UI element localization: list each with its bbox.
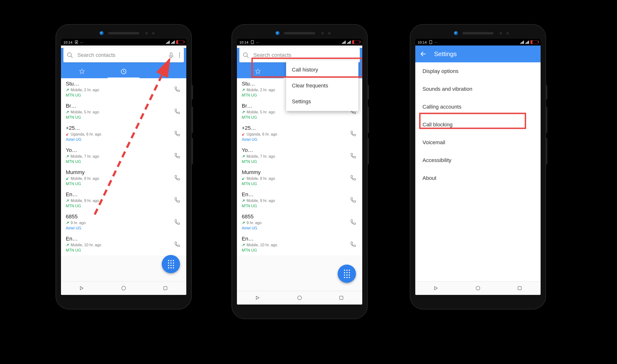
call-action-icon[interactable]	[350, 219, 356, 226]
call-row[interactable]: MummyMobile, 8 hr. agoMTN UG	[61, 167, 186, 189]
call-action-icon[interactable]	[174, 86, 180, 93]
back-icon[interactable]	[434, 286, 439, 291]
settings-item[interactable]: About	[415, 169, 541, 187]
call-meta: Mobile, 9 hr. ago	[242, 199, 357, 203]
call-action-icon[interactable]	[350, 241, 356, 248]
call-carrier: MTN UG	[66, 204, 181, 208]
search-bar[interactable]: Search contacts	[239, 48, 360, 62]
call-row[interactable]: +25…Uganda, 6 hr. agoAirtel UG	[61, 123, 186, 145]
call-action-icon[interactable]	[174, 108, 180, 115]
status-bar: 10:14 ···	[61, 39, 186, 46]
call-row[interactable]: En…Mobile, 9 hr. agoMTN UG	[237, 189, 362, 211]
sim-icon	[429, 40, 433, 44]
call-row[interactable]: En…Mobile, 10 hr. agoMTN UG	[61, 233, 186, 255]
call-direction-icon	[66, 133, 69, 136]
svg-line-3	[71, 56, 72, 58]
tab-recents[interactable]	[103, 65, 144, 78]
svg-rect-23	[518, 286, 521, 290]
call-carrier: MTN UG	[66, 182, 181, 186]
call-carrier: Airtel UG	[66, 226, 181, 230]
call-direction-icon	[242, 243, 245, 247]
call-direction-icon	[66, 88, 69, 92]
call-action-icon[interactable]	[350, 152, 356, 159]
tab-contacts[interactable]	[145, 65, 186, 78]
dialpad-fab[interactable]	[162, 255, 180, 273]
dialpad-icon	[344, 270, 350, 278]
call-action-icon[interactable]	[174, 219, 180, 226]
call-name: Mummy	[242, 169, 357, 176]
call-row[interactable]: En…Mobile, 9 hr. agoMTN UG	[61, 189, 186, 211]
svg-rect-12	[164, 286, 167, 290]
recent-calls-list[interactable]: Stu…Mobile, 2 hr. agoMTN UGBr…Mobile, 5 …	[61, 78, 186, 255]
call-carrier: MTN UG	[66, 115, 181, 120]
call-action-icon[interactable]	[174, 152, 180, 159]
recents-icon[interactable]	[339, 295, 344, 300]
call-row[interactable]: 68559 hr. agoAirtel UG	[237, 211, 362, 233]
settings-item[interactable]: Call blocking	[415, 116, 541, 134]
settings-item[interactable]: Voicemail	[415, 134, 541, 151]
status-bar: 10:14 ···	[237, 39, 362, 46]
menu-clear-frequents[interactable]: Clear frequents	[286, 78, 358, 94]
call-row[interactable]: MummyMobile, 8 hr. agoMTN UG	[237, 167, 362, 189]
call-carrier: MTN UG	[242, 204, 357, 208]
call-action-icon[interactable]	[174, 175, 180, 181]
call-action-icon[interactable]	[350, 175, 356, 181]
call-direction-icon	[66, 221, 69, 225]
tab-favorites[interactable]	[61, 65, 103, 78]
recents-icon[interactable]	[517, 286, 522, 291]
recents-icon[interactable]	[163, 286, 168, 291]
call-name: +25…	[66, 125, 181, 131]
back-arrow-icon[interactable]	[420, 51, 427, 57]
call-direction-icon	[242, 199, 245, 202]
call-direction-icon	[242, 177, 245, 180]
android-nav-bar	[61, 281, 186, 295]
tab-favorites[interactable]	[237, 65, 279, 78]
search-placeholder: Search contacts	[77, 52, 164, 58]
call-row[interactable]: Br…Mobile, 5 hr. agoMTN UG	[61, 100, 186, 123]
overflow-menu: Call history Clear frequents Settings	[286, 60, 358, 111]
call-meta: Mobile, 8 hr. ago	[66, 176, 181, 181]
call-meta: Mobile, 7 hr. ago	[66, 154, 181, 159]
settings-item[interactable]: Accessibility	[415, 151, 541, 169]
back-icon[interactable]	[79, 286, 85, 291]
call-row[interactable]: +25…Uganda, 6 hr. agoAirtel UG	[237, 123, 362, 145]
call-action-icon[interactable]	[174, 130, 180, 137]
sim-icon	[250, 40, 254, 44]
call-row[interactable]: En…Mobile, 10 hr. agoMTN UG	[237, 233, 362, 255]
call-direction-icon	[242, 110, 245, 114]
settings-item[interactable]: Display options	[415, 62, 541, 80]
home-icon[interactable]	[297, 295, 302, 300]
search-bar[interactable]: Search contacts	[63, 48, 184, 62]
star-icon	[255, 68, 261, 75]
back-icon[interactable]	[255, 295, 261, 300]
call-row[interactable]: Yo…Mobile, 7 hr. agoMTN UG	[237, 145, 362, 167]
home-icon[interactable]	[121, 286, 126, 291]
sim-icon	[74, 40, 78, 44]
dialpad-fab[interactable]	[338, 265, 356, 283]
overflow-menu-icon[interactable]	[178, 52, 180, 58]
call-action-icon[interactable]	[174, 241, 180, 248]
call-row[interactable]: Stu…Mobile, 2 hr. agoMTN UG	[61, 78, 186, 100]
call-name: En…	[242, 191, 357, 198]
signal-icon	[166, 41, 170, 44]
svg-point-2	[68, 53, 71, 57]
menu-settings[interactable]: Settings	[286, 94, 358, 110]
call-row[interactable]: Yo…Mobile, 7 hr. agoMTN UG	[61, 145, 186, 167]
call-action-icon[interactable]	[174, 197, 180, 203]
menu-call-history[interactable]: Call history	[286, 62, 358, 78]
svg-point-19	[298, 296, 302, 300]
call-meta: Mobile, 5 hr. ago	[66, 110, 181, 114]
call-action-icon[interactable]	[350, 197, 356, 203]
svg-point-15	[243, 53, 247, 57]
home-icon[interactable]	[475, 286, 480, 291]
mic-icon[interactable]	[168, 52, 174, 58]
call-row[interactable]: 68559 hr. agoAirtel UG	[61, 211, 186, 233]
call-action-icon[interactable]	[350, 130, 356, 137]
battery-icon	[176, 40, 184, 44]
settings-item[interactable]: Sounds and vibration	[415, 80, 541, 98]
settings-item[interactable]: Calling accounts	[415, 98, 541, 116]
call-carrier: MTN UG	[66, 93, 181, 98]
call-name: 6855	[66, 214, 181, 220]
svg-rect-1	[76, 42, 77, 43]
call-meta: Mobile, 10 hr. ago	[242, 243, 357, 247]
